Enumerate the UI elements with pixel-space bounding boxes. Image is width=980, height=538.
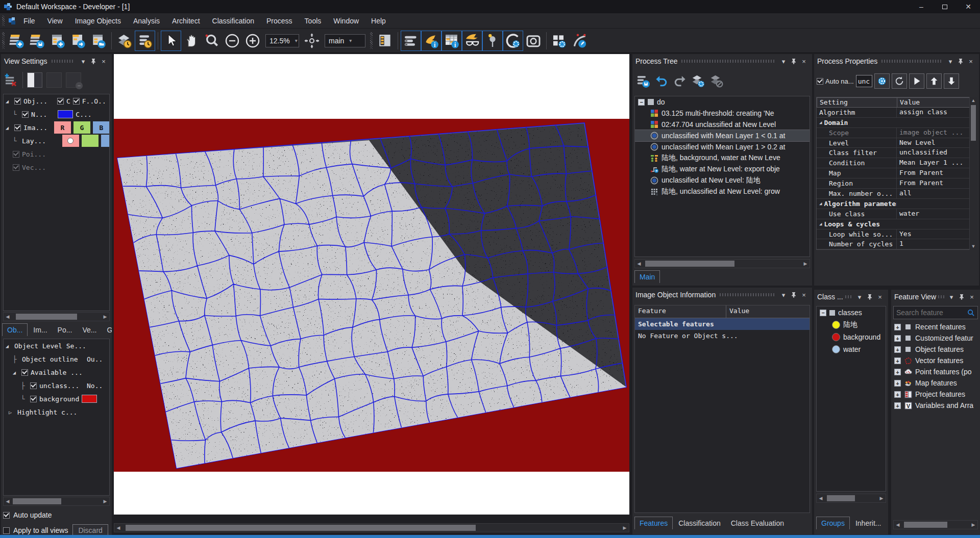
image-viewer[interactable] [114,54,629,515]
tab[interactable]: Groups [816,517,850,529]
open-view-button[interactable] [88,31,109,51]
drag-grip[interactable] [720,293,774,296]
process-row[interactable]: unclassified at New Level: 陆地 [635,175,810,186]
mixed-view-button[interactable] [46,72,62,88]
tree-row[interactable]: └ background [4,392,109,405]
process-root-row[interactable]: − do [635,96,810,108]
drag-grip[interactable] [938,295,944,298]
tab[interactable]: Ve... [78,324,101,336]
tree-row[interactable]: ◢ Available ... [4,366,109,379]
menu-item[interactable]: Process [261,15,298,27]
scroll-thumb[interactable] [827,495,855,501]
scroll-right-icon[interactable]: ▶ [101,499,109,504]
scroll-right-icon[interactable]: ▶ [801,261,810,266]
edit-level-button[interactable] [3,72,18,88]
tree-row[interactable]: ├ Object outline Ou.. [4,352,109,366]
tree-row[interactable]: └ Lay... [4,134,109,147]
tab[interactable]: Ge... [102,324,112,336]
blue-channel-cell[interactable]: B [93,121,110,134]
vertical-scrollbar[interactable]: ▲ ▼ [969,97,977,250]
single-layer-view-button[interactable] [27,72,42,88]
caret-icon[interactable]: ▷ [9,409,15,415]
auto-update-checkbox[interactable] [3,512,10,519]
property-row[interactable]: ◢Max. number o... all [817,189,976,199]
close-icon[interactable]: × [967,292,977,302]
snapshot-button[interactable] [523,31,544,51]
preview-settings-button[interactable] [503,31,523,51]
toolbar-grip[interactable] [2,32,5,49]
property-row[interactable]: ◢Domain [817,118,976,128]
column-header[interactable]: Setting [817,98,897,107]
column-header[interactable]: Value [897,98,976,107]
property-row[interactable]: ◢Loop while so... Yes [817,229,976,240]
checkbox[interactable] [30,382,37,389]
image-layer-history-button[interactable] [114,31,135,51]
map-select-combo[interactable]: main ▾ [325,34,365,47]
scroll-thumb[interactable] [904,522,947,528]
pin-icon[interactable] [957,292,967,302]
pan-tool-button[interactable] [181,31,202,51]
horizontal-scrollbar[interactable]: ◀ ▶ [634,259,810,268]
collapse-icon[interactable]: − [820,310,826,316]
feature-group-row[interactable]: + Project features [892,389,979,400]
edit-thematic-button[interactable] [570,31,590,51]
scroll-up-icon[interactable]: ▲ [971,97,976,104]
scroll-left-icon[interactable]: ◀ [114,525,122,530]
search-input[interactable] [896,309,967,317]
pin-icon[interactable] [88,56,99,66]
zoom-level-combo[interactable]: 12.5% ▾ [265,34,299,47]
expand-icon[interactable]: + [894,324,901,330]
undo-button[interactable] [654,73,669,89]
layer-radio-cell[interactable] [62,135,79,147]
tree-row[interactable]: └ N... C... [4,108,109,121]
select-cursor-button[interactable] [161,31,181,51]
property-row[interactable]: ◢Number of cycles 1 [817,239,976,249]
property-row[interactable]: ◢Scope image object ... [817,128,976,138]
name-input[interactable] [856,75,872,87]
pin-icon[interactable] [789,56,799,66]
tree-row[interactable]: ▷ Hightlight c... [4,405,109,419]
feature-group-row[interactable]: + Customized featur [892,332,979,344]
tree-row[interactable]: ◢ Ima... R G B [4,121,109,134]
class-row[interactable]: 陆地 [817,319,886,331]
caret-icon[interactable]: ◢ [6,98,12,104]
scroll-left-icon[interactable]: ◀ [635,261,643,266]
caret-icon[interactable]: ◢ [6,125,12,131]
scroll-left-icon[interactable]: ◀ [4,314,12,319]
feature-group-row[interactable]: + Point features (po [892,366,979,377]
expand-icon[interactable]: + [894,380,901,387]
tree-row[interactable]: ◢ Object Level Se... [4,339,109,352]
menu-item[interactable]: Help [365,15,391,27]
column-header[interactable]: Feature [635,305,726,318]
layer-cell[interactable] [82,135,99,147]
show-feature-view-button[interactable]: i [442,31,462,51]
property-row[interactable]: ◢Algorithm parameters [817,199,976,209]
algorithm-settings-button[interactable] [874,73,890,89]
property-row[interactable]: ◢Region From Parent [817,178,976,189]
pin-icon[interactable] [865,292,875,302]
discard-button[interactable]: Discard [72,524,108,535]
pin-icon[interactable] [789,290,799,300]
sample-pin-button[interactable] [482,31,503,51]
scroll-thumb[interactable] [13,498,61,504]
scroll-left-icon[interactable]: ◀ [4,499,12,504]
redo-button[interactable] [672,73,688,89]
process-row[interactable]: 02:47.704 unclassified at New Level [635,119,810,130]
property-row[interactable]: ◢Condition Mean Layer 1 ... [817,158,976,168]
green-channel-cell[interactable]: G [74,121,90,134]
property-row[interactable]: ◢Loops & cycles [817,219,976,229]
feature-group-row[interactable]: + Object features [892,344,979,355]
expand-icon[interactable]: + [894,402,901,409]
drag-grip[interactable] [681,60,774,63]
tab[interactable]: Classification [674,517,725,529]
outline-color-swatch[interactable] [58,110,73,118]
scroll-right-icon[interactable]: ▶ [877,496,886,501]
scroll-thumb[interactable] [971,105,976,141]
tab[interactable]: Po... [53,324,77,336]
checkbox[interactable] [30,396,37,402]
process-settings-button[interactable] [691,73,706,89]
horizontal-scrollbar[interactable]: ◀ ▶ [3,497,110,506]
move-down-button[interactable] [944,73,959,89]
close-icon[interactable]: × [99,56,109,66]
property-row[interactable]: ◢Use class water [817,209,976,219]
